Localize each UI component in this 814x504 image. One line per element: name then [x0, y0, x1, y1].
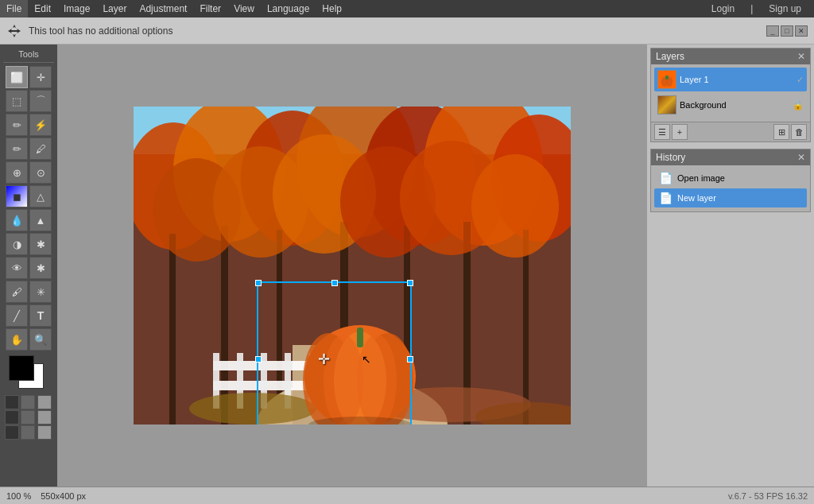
- toolbox-title: Tools: [3, 48, 54, 63]
- tool-row-11: ╱ T: [6, 304, 52, 327]
- history-panel-close[interactable]: ✕: [797, 152, 805, 163]
- pencil-tool[interactable]: ✏: [6, 138, 28, 160]
- tool-row-8: ◑ ✱: [6, 233, 52, 255]
- history-newlayer-icon: 📄: [659, 192, 673, 204]
- layers-tool-1[interactable]: ☰: [654, 124, 670, 140]
- tool-grid-9[interactable]: [37, 425, 52, 440]
- burn-tool[interactable]: ✱: [29, 233, 52, 255]
- menubar-left: File Edit Image Layer Adjustment Filter …: [0, 0, 348, 17]
- svg-point-34: [189, 393, 316, 425]
- zoom-tool[interactable]: 🔍: [29, 328, 52, 351]
- tool-grid-4[interactable]: [5, 410, 19, 425]
- clone-tool[interactable]: ⊙: [29, 161, 52, 184]
- tool-grid-6[interactable]: [37, 410, 52, 425]
- layers-copy-btn[interactable]: ⊞: [773, 124, 789, 140]
- tool-row-2: ⬚ ⌒: [6, 90, 52, 112]
- select-tool[interactable]: ⬜: [6, 66, 28, 88]
- right-panels: Layers ✕ Layer 1 ✓: [647, 45, 814, 487]
- history-panel-title: History: [656, 152, 685, 163]
- statusbar-version: v.6.7 - 53 FPS 16.32: [728, 491, 808, 501]
- tool-grid-5[interactable]: [21, 410, 35, 425]
- tool-row-6: ◼ △: [6, 185, 52, 207]
- main-area: Tools ⬜ ✛ ⬚ ⌒ ✏ ⚡ ✏ 🖊 ⊕ ⊙ ◼ △ 💧 ▲: [0, 45, 814, 487]
- menu-file[interactable]: File: [0, 0, 28, 17]
- tool-grid-8[interactable]: [21, 425, 35, 440]
- dodge-tool[interactable]: ◑: [6, 233, 28, 255]
- layers-panel-close[interactable]: ✕: [797, 51, 805, 62]
- layer-1-visibility[interactable]: ✓: [797, 75, 804, 85]
- menubar-right: Login | Sign up: [705, 2, 814, 16]
- tool-grid-7[interactable]: [5, 425, 19, 440]
- tool-row-5: ⊕ ⊙: [6, 161, 52, 184]
- eraser-tool[interactable]: ╱: [6, 304, 28, 327]
- menu-layer[interactable]: Layer: [96, 0, 133, 17]
- tool-row-9: 👁 ✱: [6, 257, 52, 279]
- options-bar: This tool has no additional options _ □ …: [0, 17, 814, 45]
- fill-tool[interactable]: △: [29, 185, 52, 207]
- blur-tool[interactable]: 💧: [6, 209, 28, 231]
- pen-tool[interactable]: 🖋: [6, 281, 28, 303]
- layers-toolbar: ☰ + ⊞ 🗑: [651, 122, 810, 142]
- layer-background-thumb: [657, 95, 676, 114]
- signup-button[interactable]: Sign up: [762, 2, 808, 16]
- layers-delete-btn[interactable]: 🗑: [791, 124, 807, 140]
- svg-rect-10: [169, 234, 176, 425]
- layer-background[interactable]: Background 🔒: [654, 93, 807, 117]
- smudge-tool[interactable]: 👁: [6, 257, 28, 279]
- history-open-icon: 📄: [659, 172, 673, 184]
- menu-filter[interactable]: Filter: [193, 0, 227, 17]
- window-controls: _ □ ✕: [766, 25, 808, 37]
- toolbox: Tools ⬜ ✛ ⬚ ⌒ ✏ ⚡ ✏ 🖊 ⊕ ⊙ ◼ △ 💧 ▲: [0, 45, 57, 487]
- svg-point-22: [471, 154, 559, 258]
- layer-1-thumb: [657, 70, 676, 89]
- menu-view[interactable]: View: [227, 0, 261, 17]
- history-item-newlayer[interactable]: 📄 New layer: [654, 188, 807, 207]
- gradient-tool[interactable]: ◼: [6, 185, 28, 207]
- maximize-button[interactable]: □: [781, 25, 793, 37]
- tool-row-4: ✏ 🖊: [6, 138, 52, 160]
- menu-language[interactable]: Language: [261, 0, 316, 17]
- sponge-tool[interactable]: ✱: [29, 257, 52, 279]
- history-newlayer-label: New layer: [677, 193, 716, 203]
- hand-tool[interactable]: ✋: [6, 328, 28, 351]
- history-open-label: Open image: [677, 173, 725, 183]
- text-tool[interactable]: T: [29, 304, 52, 327]
- sharpen-tool[interactable]: ▲: [29, 209, 52, 231]
- zoom-level: 100 %: [6, 491, 31, 501]
- wand-tool[interactable]: ⚡: [29, 114, 52, 136]
- close-button[interactable]: ✕: [795, 25, 808, 37]
- svg-marker-0: [8, 25, 21, 37]
- move-tool[interactable]: ✛: [29, 66, 52, 88]
- layers-tool-2[interactable]: +: [672, 124, 688, 140]
- menu-edit[interactable]: Edit: [28, 0, 57, 17]
- svg-rect-16: [523, 230, 529, 425]
- tool-grid-1[interactable]: [5, 395, 19, 409]
- menubar-separator: |: [744, 2, 759, 16]
- menu-image[interactable]: Image: [57, 0, 96, 17]
- canvas-dimensions: 550x400 px: [41, 491, 86, 501]
- layer-item-1[interactable]: Layer 1 ✓: [654, 68, 807, 91]
- history-panel-body: 📄 Open image 📄 New layer: [651, 165, 810, 211]
- tool-options-text: This tool has no additional options: [29, 25, 172, 37]
- canvas-area[interactable]: ✛ ↖: [57, 45, 647, 487]
- foreground-color-swatch[interactable]: [9, 355, 34, 381]
- menu-help[interactable]: Help: [316, 0, 348, 17]
- heal-tool[interactable]: ⊕: [6, 161, 28, 184]
- history-item-open[interactable]: 📄 Open image: [654, 169, 807, 188]
- tool-row-10: 🖋 ✳: [6, 281, 52, 303]
- canvas-container: ✛ ↖: [134, 107, 571, 425]
- menubar: File Edit Image Layer Adjustment Filter …: [0, 0, 814, 17]
- tool-row-12: ✋ 🔍: [6, 328, 52, 351]
- layer-background-lock[interactable]: 🔒: [793, 100, 804, 110]
- minimize-button[interactable]: _: [766, 25, 779, 37]
- lasso-rect-tool[interactable]: ⬚: [6, 90, 28, 112]
- brush-tool[interactable]: 🖊: [29, 138, 52, 160]
- login-button[interactable]: Login: [705, 2, 741, 16]
- menu-adjustment[interactable]: Adjustment: [133, 0, 193, 17]
- sparkle-tool[interactable]: ✳: [29, 281, 52, 303]
- eyedropper-tool[interactable]: ✏: [6, 114, 28, 136]
- lasso-free-tool[interactable]: ⌒: [29, 90, 52, 112]
- layers-panel-body: Layer 1 ✓ Background 🔒: [651, 64, 810, 122]
- tool-grid-2[interactable]: [21, 395, 35, 409]
- tool-grid-3[interactable]: [37, 395, 52, 409]
